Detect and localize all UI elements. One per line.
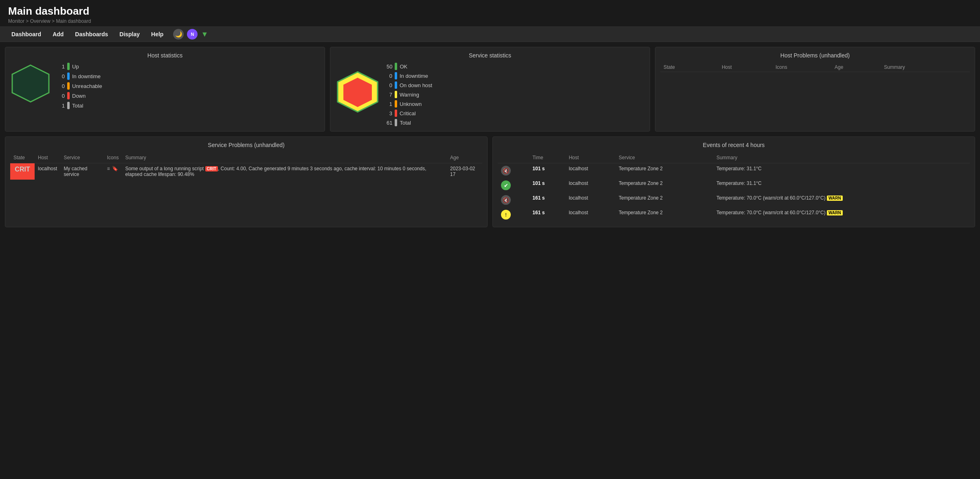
col-state: State [660, 63, 719, 72]
service-stat-list: 50 OK 0 In downtime 0 On down host [387, 63, 432, 126]
evt-col-summary: Summary [713, 152, 970, 163]
svc-stat-on-down-host: 0 On down host [387, 81, 432, 89]
summary-cell: Some output of a long running script CRI… [122, 163, 447, 180]
col-age: Age [831, 63, 881, 72]
table-row: 🔇 161 s localhost Temperature Zone 2 Tem… [498, 193, 970, 207]
service-problems-panel: Service Problems (unhandled) State Host … [5, 136, 488, 227]
col-icons: Icons [772, 63, 831, 72]
nav-dashboards[interactable]: Dashboards [70, 29, 113, 40]
bar-red [67, 92, 70, 99]
evt-col-service: Service [615, 152, 713, 163]
svg-marker-0 [12, 65, 49, 102]
evt-service: Temperature Zone 2 [615, 178, 713, 193]
svc-stat-ok: 50 OK [387, 63, 432, 70]
evt-icon-cell: 🔇 [498, 163, 529, 178]
service-hexagon [335, 70, 380, 120]
col-host: Host [719, 63, 772, 72]
col-summary: Summary [881, 63, 970, 72]
evt-col-host: Host [565, 152, 615, 163]
stat-down: 0 Down [59, 92, 102, 99]
svc-stat-unknown: 1 Unknown [387, 100, 432, 108]
main-content: Host statistics 1 Up 0 [0, 42, 980, 232]
icons-cell: ≡ 🔖 [104, 163, 122, 180]
host-cell: localhost [35, 163, 60, 180]
moon-icon[interactable]: 🌙 [173, 29, 184, 40]
stat-unreachable: 0 Unreachable [59, 82, 102, 90]
nav-display[interactable]: Display [114, 29, 145, 40]
host-stat-list: 1 Up 0 In downtime 0 Unreachable [59, 63, 102, 109]
evt-service: Temperature Zone 2 [615, 193, 713, 207]
stat-up: 1 Up [59, 63, 102, 70]
evt-summary: Temperature: 70.0°C (warn/crit at 60.0°C… [713, 193, 970, 207]
host-problems-table: State Host Icons Age Summary [660, 63, 970, 72]
page-title: Main dashboard [8, 5, 972, 18]
bar-white [67, 102, 70, 109]
bar-orange [67, 82, 70, 90]
evt-icon-cell: 🔇 [498, 193, 529, 207]
table-row: ✔ 101 s localhost Temperature Zone 2 Tem… [498, 178, 970, 193]
evt-col-time: Time [529, 152, 565, 163]
evt-service: Temperature Zone 2 [615, 207, 713, 222]
bar-green [67, 63, 70, 70]
table-row: CRIT localhost My cached service ≡ 🔖 Som… [10, 163, 482, 180]
host-hexagon [10, 63, 51, 109]
svcprob-col-age: Age [447, 152, 482, 163]
age-cell: 2023-03-02 17 [447, 163, 482, 180]
warn-badge: WARN [827, 196, 843, 201]
svcprob-col-service: Service [60, 152, 103, 163]
service-statistics-panel: Service statistics 50 OK [330, 47, 650, 132]
svc-bar-white [395, 119, 397, 126]
service-statistics-title: Service statistics [335, 52, 645, 59]
evt-time: 161 s [529, 193, 565, 207]
svc-stat-warning: 7 Warning [387, 91, 432, 98]
nav-dashboard[interactable]: Dashboard [7, 29, 46, 40]
evt-col-icon [498, 152, 529, 163]
events-table: Time Host Service Summary 🔇 101 s localh… [498, 152, 970, 222]
nav-add[interactable]: Add [48, 29, 68, 40]
svc-bar-red [395, 110, 397, 117]
svc-stat-critical: 3 Critical [387, 110, 432, 117]
nav-help[interactable]: Help [146, 29, 168, 40]
host-problems-title: Host Problems (unhandled) [660, 52, 970, 59]
evt-icon-cell: ✔ [498, 178, 529, 193]
service-cell: My cached service [60, 163, 103, 180]
evt-host: localhost [565, 207, 615, 222]
warn-badge2: WARN [827, 210, 843, 215]
svcprob-col-icons: Icons [104, 152, 122, 163]
navbar: Dashboard Add Dashboards Display Help 🌙 … [0, 26, 980, 42]
svc-bar-orange [395, 100, 397, 108]
table-row: ! 161 s localhost Temperature Zone 2 Tem… [498, 207, 970, 222]
svc-bar-yellow [395, 91, 397, 98]
evt-host: localhost [565, 178, 615, 193]
evt-host: localhost [565, 163, 615, 178]
evt-icon-cell: ! [498, 207, 529, 222]
stat-in-downtime: 0 In downtime [59, 73, 102, 80]
svc-bar-blue2 [395, 81, 397, 89]
evt-host: localhost [565, 193, 615, 207]
service-stats-content: 50 OK 0 In downtime 0 On down host [335, 63, 645, 126]
events-title: Events of recent 4 hours [498, 142, 970, 148]
state-cell: CRIT [10, 163, 35, 180]
filter-icon[interactable]: ▼ [201, 30, 208, 39]
svc-stat-downtime: 0 In downtime [387, 72, 432, 79]
page-header: Main dashboard Monitor > Overview > Main… [0, 0, 980, 26]
svcprob-col-state: State [10, 152, 35, 163]
svc-bar-blue1 [395, 72, 397, 79]
host-problems-panel: Host Problems (unhandled) State Host Ico… [655, 47, 975, 132]
top-row: Host statistics 1 Up 0 [5, 47, 975, 132]
evt-service: Temperature Zone 2 [615, 163, 713, 178]
host-statistics-title: Host statistics [10, 52, 320, 59]
stat-total: 1 Total [59, 102, 102, 109]
svc-stat-total: 61 Total [387, 119, 432, 126]
crit-badge: CRIT [205, 166, 218, 171]
evt-time: 161 s [529, 207, 565, 222]
breadcrumb: Monitor > Overview > Main dashboard [8, 18, 972, 24]
evt-summary: Temperature: 70.0°C (warn/crit at 60.0°C… [713, 207, 970, 222]
evt-summary: Temperature: 31.1°C [713, 178, 970, 193]
evt-time: 101 s [529, 178, 565, 193]
user-icon[interactable]: N [187, 29, 198, 40]
service-problems-title: Service Problems (unhandled) [10, 142, 482, 148]
menu-icon: ≡ [107, 166, 110, 171]
evt-summary: Temperature: 31.1°C [713, 163, 970, 178]
table-row: 🔇 101 s localhost Temperature Zone 2 Tem… [498, 163, 970, 178]
